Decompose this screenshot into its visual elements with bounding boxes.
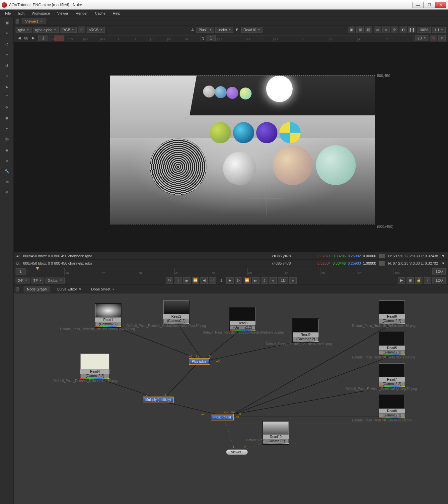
menu-cache[interactable]: Cache bbox=[92, 11, 109, 16]
tool-particles-icon[interactable]: ✦ bbox=[3, 124, 11, 133]
node-read6[interactable]: Read6 (Gamma2.2) bbox=[379, 300, 405, 324]
timeline-track[interactable]: 1020 3040 5060 7080 90100 bbox=[28, 268, 430, 275]
node-multiply[interactable]: Multiply (multiply) bbox=[143, 397, 173, 403]
menu-edit[interactable]: Edit bbox=[15, 11, 28, 16]
colorspace-dropdown[interactable]: RGB▼ bbox=[60, 27, 77, 33]
node-viewer1[interactable]: Viewer1 bbox=[226, 449, 248, 455]
tf-dropdown[interactable]: TF▼ bbox=[31, 278, 44, 284]
tab-node-graph[interactable]: Node Graph bbox=[24, 286, 50, 292]
skip-fwd-icon[interactable]: » bbox=[289, 277, 297, 284]
menu-render[interactable]: Render bbox=[72, 11, 91, 16]
ratio-dropdown[interactable]: 1:1▼ bbox=[432, 27, 446, 33]
tool-keyer-icon[interactable]: ◣ bbox=[3, 82, 11, 91]
tool-3d-icon[interactable]: ⬢ bbox=[3, 114, 11, 122]
menu-workspace[interactable]: Workspace bbox=[29, 11, 53, 16]
tool-image-icon[interactable]: ▣ bbox=[3, 18, 11, 27]
srgb-dropdown[interactable]: sRGB▼ bbox=[87, 27, 105, 33]
node-read2[interactable]: Read2 (Gamma2.2) bbox=[163, 300, 189, 324]
node-read8[interactable]: Read8 (Gamma2.2) bbox=[379, 395, 405, 419]
tool-time-icon[interactable]: ◔ bbox=[3, 39, 11, 48]
export-icon[interactable]: ⇪ bbox=[424, 277, 431, 284]
tab-curve-editor[interactable]: Curve Editor× bbox=[53, 286, 85, 292]
range-end[interactable] bbox=[432, 277, 446, 284]
tab-handle-icon[interactable] bbox=[16, 19, 19, 24]
exposure-slider[interactable]: 0.010.030.1 0.313 103064 bbox=[49, 35, 201, 41]
view-mode-dropdown[interactable]: 2D▼ bbox=[415, 35, 428, 41]
tool-merge-icon[interactable]: ☰ bbox=[3, 93, 11, 101]
tool-deep-icon[interactable]: Ⓓ bbox=[3, 135, 11, 144]
timeline-start[interactable] bbox=[16, 268, 26, 275]
clip-icon[interactable]: ▨ bbox=[365, 27, 372, 33]
node-read9[interactable]: Read9 (Gamma2.2) bbox=[292, 318, 319, 343]
sync-dropdown[interactable]: Global▼ bbox=[45, 278, 65, 284]
b-node-dropdown[interactable]: Read10▼ bbox=[241, 27, 262, 33]
tool-filter-icon[interactable]: ○ bbox=[3, 71, 11, 80]
last-frame-icon[interactable]: ⏭ bbox=[252, 277, 260, 284]
next-key-icon[interactable]: ⏩ bbox=[244, 277, 251, 284]
step-fwd-icon[interactable]: ▷ bbox=[235, 277, 242, 284]
timeline-end[interactable] bbox=[432, 268, 446, 275]
first-frame-icon[interactable]: ⏮ bbox=[183, 277, 190, 284]
roi-icon[interactable]: ▣ bbox=[348, 27, 355, 33]
node-read5[interactable]: Read5 (Gamma2.2) bbox=[379, 332, 405, 356]
loop-icon[interactable]: ↻ bbox=[166, 277, 173, 284]
node-read1[interactable]: Read1 (Gamma2.2) bbox=[95, 303, 121, 328]
overlay-icon[interactable]: ▭ bbox=[374, 27, 381, 33]
wipe-handle-icon[interactable] bbox=[250, 182, 283, 215]
menu-file[interactable]: File bbox=[2, 11, 14, 16]
tool-other-icon[interactable]: ▭ bbox=[3, 177, 11, 186]
clear-icon[interactable]: ⊘ bbox=[438, 35, 446, 41]
proxy-icon[interactable]: ▦ bbox=[356, 27, 364, 33]
tool-views-icon[interactable]: ◉ bbox=[3, 146, 11, 154]
fps-dropdown[interactable]: 24*▼ bbox=[16, 278, 30, 284]
tab-viewer1[interactable]: Viewer1 × bbox=[22, 18, 46, 24]
gamma-icon[interactable]: ◐ bbox=[400, 27, 407, 33]
outpoint-icon[interactable]: J bbox=[261, 277, 268, 284]
refresh-icon[interactable]: ⟳ bbox=[391, 27, 398, 33]
tool-color-icon[interactable]: ◑ bbox=[3, 61, 11, 69]
fstop-prev-icon[interactable]: ◀ bbox=[16, 35, 23, 41]
node-read3[interactable]: Read3 (Gamma2.2) bbox=[229, 307, 256, 331]
wand-icon[interactable]: ✎ bbox=[430, 35, 437, 41]
ng-tab-handle-icon[interactable] bbox=[16, 287, 19, 291]
tool-furnace-icon[interactable]: ◎ bbox=[3, 188, 11, 197]
lock-icon[interactable]: 🔒 bbox=[415, 277, 422, 284]
wipe-op-dropdown[interactable]: under▼ bbox=[215, 27, 233, 33]
alpha-dropdown[interactable]: rgba.alpha▼ bbox=[33, 27, 59, 33]
gamma-value[interactable] bbox=[206, 35, 216, 41]
tool-toolsets-icon[interactable]: 🔧 bbox=[3, 167, 11, 175]
close-button[interactable]: ✕ bbox=[435, 2, 446, 8]
prev-key-icon[interactable]: ⏪ bbox=[192, 277, 199, 284]
zoom-dropdown[interactable]: 100% bbox=[417, 27, 431, 33]
fstop-value[interactable] bbox=[38, 35, 48, 41]
record-icon[interactable]: ▣ bbox=[407, 277, 414, 284]
pause-icon[interactable]: ❚❚ bbox=[408, 27, 415, 33]
ip-toggle[interactable]: IP bbox=[78, 27, 85, 33]
tab-close-icon[interactable]: × bbox=[40, 19, 42, 23]
node-read4[interactable]: Read4 (Gamma2.2) bbox=[80, 353, 110, 379]
play-back-icon[interactable]: ◁ bbox=[209, 277, 216, 284]
node-read7[interactable]: Read7 (Gamma2.2) bbox=[379, 363, 405, 387]
tool-metadata-icon[interactable]: ◈ bbox=[3, 156, 11, 165]
tool-draw-icon[interactable]: ✎ bbox=[3, 29, 11, 37]
minimize-button[interactable]: — bbox=[412, 2, 424, 8]
skip-amount[interactable] bbox=[278, 277, 288, 284]
step-back-icon[interactable]: ◀ bbox=[200, 277, 208, 284]
node-plus[interactable]: Plus (plus) bbox=[189, 359, 210, 364]
viewer-canvas-area[interactable]: 800,450 (800x450) bbox=[14, 42, 448, 252]
channels-dropdown[interactable]: rgba▼ bbox=[16, 27, 32, 33]
tool-transform-icon[interactable]: ✥ bbox=[3, 103, 11, 112]
tool-channel-icon[interactable]: ≡ bbox=[3, 50, 11, 59]
menu-viewer[interactable]: Viewer bbox=[54, 11, 72, 16]
fstop-next-icon[interactable]: ▶ bbox=[30, 35, 37, 41]
gamma-slider[interactable]: 0.20.40.7 124 7 bbox=[217, 35, 414, 41]
wipe-icon[interactable]: ≡ bbox=[382, 27, 390, 33]
maximize-button[interactable]: ☐ bbox=[424, 2, 435, 8]
a-node-dropdown[interactable]: Plus1▼ bbox=[196, 27, 214, 33]
tab-dope-sheet[interactable]: Dope Sheet× bbox=[88, 286, 118, 292]
node-plus1[interactable]: Plus1 (plus) bbox=[211, 414, 233, 420]
menu-help[interactable]: Help bbox=[110, 11, 124, 16]
fullscreen-icon[interactable]: ▶ bbox=[398, 277, 405, 284]
inpoint-icon[interactable]: I bbox=[175, 277, 182, 284]
skip-back-icon[interactable]: « bbox=[269, 277, 277, 284]
